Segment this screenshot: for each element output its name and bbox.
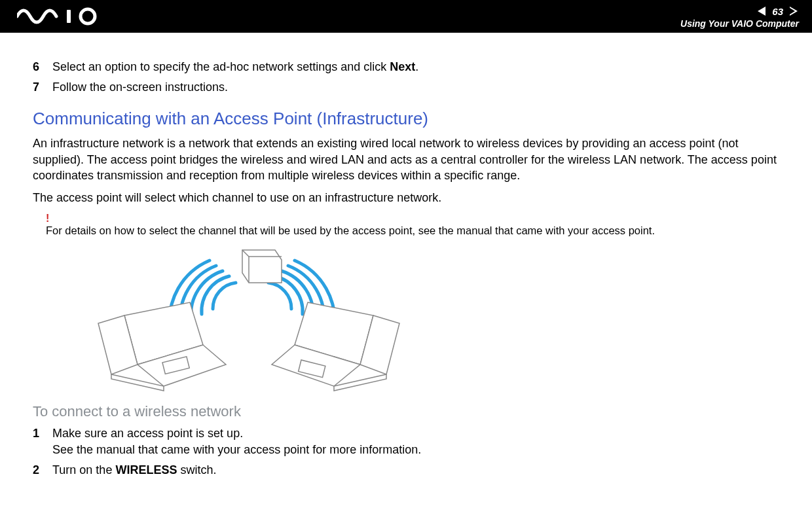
document-page: 63 Using Your VAIO Computer 6 Select an …: [0, 0, 812, 519]
next-page-arrow-icon[interactable]: [790, 7, 799, 16]
header-right: 63 Using Your VAIO Computer: [680, 3, 799, 30]
note-text: For details on how to select the channel…: [46, 224, 779, 237]
svg-point-1: [81, 9, 95, 24]
page-nav: 63: [680, 5, 799, 18]
paragraph: An infrastructure network is a network t…: [33, 135, 779, 183]
prev-page-arrow-icon[interactable]: [758, 7, 766, 16]
section-title: Using Your VAIO Computer: [680, 18, 799, 29]
page-content: 6 Select an option to specify the ad-hoc…: [0, 33, 812, 478]
step-item: 6 Select an option to specify the ad-hoc…: [33, 59, 779, 75]
step-text: Turn on the WIRELESS switch.: [52, 462, 779, 478]
step-number: 7: [33, 79, 52, 96]
svg-rect-0: [67, 10, 71, 23]
step-number: 1: [33, 425, 52, 458]
step-item: 7 Follow the on-screen instructions.: [33, 79, 779, 96]
heading-connect: To connect to a wireless network: [33, 403, 779, 420]
step-text: Follow the on-screen instructions.: [52, 79, 779, 96]
step-number: 6: [33, 59, 52, 75]
step-number: 2: [33, 462, 52, 478]
step-text: Select an option to specify the ad-hoc n…: [52, 59, 779, 75]
heading-infrastructure: Communicating with an Access Point (Infr…: [33, 109, 779, 129]
note-block: ! For details on how to select the chann…: [46, 213, 779, 237]
step-text: Make sure an access point is set up. See…: [52, 425, 779, 458]
step-item: 2 Turn on the WIRELESS switch.: [33, 462, 779, 478]
step-list-bottom: 1 Make sure an access point is set up. S…: [33, 425, 779, 479]
page-number: 63: [772, 5, 783, 18]
step-item: 1 Make sure an access point is set up. S…: [33, 425, 779, 458]
infrastructure-diagram: [85, 243, 779, 397]
step-list-top: 6 Select an option to specify the ad-hoc…: [33, 59, 779, 96]
paragraph: The access point will select which chann…: [33, 190, 779, 206]
page-header: 63 Using Your VAIO Computer: [0, 0, 812, 33]
note-warning-icon: !: [46, 213, 779, 224]
vaio-logo-icon: [17, 0, 109, 33]
